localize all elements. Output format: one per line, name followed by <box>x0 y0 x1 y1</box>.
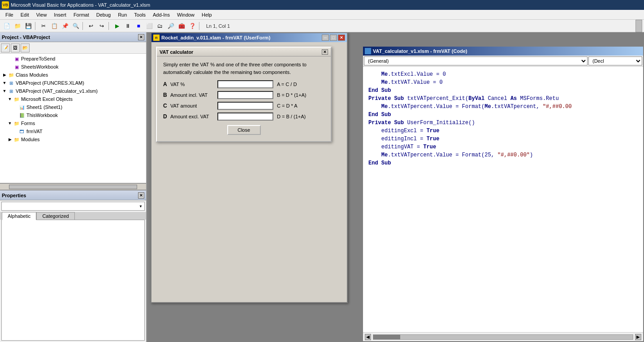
menu-run[interactable]: Run <box>114 11 130 18</box>
folder-icon: 📁 <box>8 71 15 78</box>
close-btn[interactable]: ✕ <box>338 35 345 41</box>
code-toolbar: (General) (Decl <box>363 56 643 67</box>
tree-label: VBAProject (VAT_calculator_v1.xlsm) <box>16 88 98 94</box>
tree-item-excel-objects[interactable]: ▼ 📁 Microsoft Excel Objects <box>0 95 146 103</box>
menu-file[interactable]: File <box>2 11 17 18</box>
folder-icon: 📁 <box>13 136 20 143</box>
input-vat-percent[interactable] <box>217 80 273 88</box>
horizontal-scrollbar[interactable] <box>373 334 633 340</box>
toolbar-cut-btn[interactable]: ✂ <box>39 21 48 31</box>
project-view-form-btn[interactable]: 🖼 <box>11 43 20 52</box>
code-line-2: Me.txtVAT.Value = 0 <box>368 78 638 87</box>
project-panel-close[interactable]: ✕ <box>138 34 144 40</box>
code-line-8: End Sub <box>368 111 638 119</box>
vat-form-body: Simply enter the VAT % and one of the th… <box>157 56 331 141</box>
menu-view[interactable]: View <box>33 11 51 18</box>
vat-close-button[interactable]: Close <box>227 125 261 135</box>
module-icon: ▣ <box>13 55 20 62</box>
project-view-code-btn[interactable]: 📝 <box>1 43 10 52</box>
expand-icon <box>7 56 13 61</box>
expand-icon: ▶ <box>2 72 7 78</box>
vat-form-close-x[interactable]: ✕ <box>322 49 328 55</box>
properties-content <box>1 220 145 341</box>
toolbar-paste-btn[interactable]: 📌 <box>60 21 70 31</box>
toolbar-objbrowser-btn[interactable]: 🔎 <box>166 21 176 31</box>
tree-hscrollbar[interactable] <box>0 183 146 190</box>
toolbar-save-btn[interactable]: 💾 <box>23 21 33 31</box>
menu-insert[interactable]: Insert <box>50 11 70 18</box>
tree-item-frmvat[interactable]: 🗔 frmVAT <box>0 127 146 135</box>
input-amount-incl[interactable] <box>217 91 273 99</box>
tree-item-sheetsworkbook[interactable]: ▣ SheetsWorkbook <box>0 63 146 71</box>
toolbar-scrollbar[interactable] <box>635 20 642 32</box>
tree-item-forms[interactable]: ▼ 📁 Forms <box>0 119 146 127</box>
toolbar-stop-btn[interactable]: ■ <box>134 21 143 31</box>
left-panel: Project - VBAProject ✕ 📝 🖼 📂 ▣ PrepareTo… <box>0 32 147 342</box>
menu-tools[interactable]: Tools <box>130 11 149 18</box>
menu-window[interactable]: Window <box>173 11 198 18</box>
scroll-left-btn[interactable]: ◀ <box>365 334 371 340</box>
input-vat-amount[interactable] <box>217 102 273 110</box>
menu-edit[interactable]: Edit <box>17 11 33 18</box>
proc-combo[interactable]: (Decl <box>588 56 642 65</box>
toolbar-run-btn[interactable]: ▶ <box>112 21 122 31</box>
tree-item-class-modules[interactable]: ▶ 📁 Class Modules <box>0 71 146 79</box>
tree-item-thisworkbook[interactable]: 📗 ThisWorkbook <box>0 111 146 119</box>
tree-item-modules[interactable]: ▶ 📁 Modules <box>0 135 146 143</box>
toolbar-new-btn[interactable]: 📄 <box>2 21 12 31</box>
properties-dropdown[interactable] <box>1 202 145 211</box>
toolbar-find-btn[interactable]: 🔍 <box>71 21 81 31</box>
toolbar-pause-btn[interactable]: ⏸ <box>123 21 133 31</box>
toolbar-toolbox-btn[interactable]: 🧰 <box>177 21 186 31</box>
form-icon: 🗔 <box>18 128 26 135</box>
toolbar: 📄 📁 💾 ✂ 📋 📌 🔍 ↩ ↪ ▶ ⏸ ■ ⬜ 🗂 🔎 🧰 ❓ Ln 1, … <box>0 20 644 32</box>
tree-item-sheet1[interactable]: 📊 Sheet1 (Sheet1) <box>0 103 146 111</box>
label-amount-incl: Amount incl. VAT <box>170 92 217 98</box>
formula-a: A = C / D <box>277 82 297 87</box>
vat-row-b: B Amount incl. VAT B = D * (1+A) <box>163 91 324 99</box>
maximize-btn[interactable]: □ <box>330 35 337 41</box>
code-line-14: editingVAT = True <box>368 143 638 151</box>
menu-format[interactable]: Format <box>70 11 93 18</box>
tree-label: Class Modules <box>16 72 48 78</box>
toolbar-undo-btn[interactable]: ↩ <box>86 21 96 31</box>
tab-categorized[interactable]: Categorized <box>36 212 74 220</box>
expand-icon: ▼ <box>7 121 13 126</box>
toolbar-copy-btn[interactable]: 📋 <box>49 21 59 31</box>
object-combo[interactable]: (General) <box>364 56 588 65</box>
title-bar: VB Microsoft Visual Basic for Applicatio… <box>0 0 644 10</box>
toolbar-projectexplorer-btn[interactable]: 🗂 <box>155 21 165 31</box>
toolbar-help-btn[interactable]: ❓ <box>187 21 197 31</box>
tree-label: Forms <box>21 121 35 126</box>
tree-item-preparetosend[interactable]: ▣ PrepareToSend <box>0 55 146 63</box>
code-content[interactable]: Me.txtExcl.Value = 0 Me.txtVAT.Value = 0… <box>363 67 643 332</box>
minimize-btn[interactable]: ─ <box>322 35 329 41</box>
tree-item-vbaproject-funcres[interactable]: ▼ ⊞ VBAProject (FUNCRES.XLAM) <box>0 79 146 87</box>
project-toggle-folders-btn[interactable]: 📂 <box>21 43 30 52</box>
properties-close-btn[interactable]: ✕ <box>138 192 144 199</box>
scroll-right-btn[interactable]: ▶ <box>635 334 641 340</box>
tree-label: Sheet1 (Sheet1) <box>26 104 62 110</box>
expand-icon: ▶ <box>7 137 13 142</box>
menu-help[interactable]: Help <box>198 11 216 18</box>
formula-c: C = D * A <box>277 103 298 108</box>
menu-addins[interactable]: Add-Ins <box>149 11 173 18</box>
toolbar-open-btn[interactable]: 📁 <box>13 21 22 31</box>
cursor-position: Ln 1, Col 1 <box>206 23 230 29</box>
letter-c: C <box>163 103 170 109</box>
menu-debug[interactable]: Debug <box>93 11 114 18</box>
code-window: VAT_calculator_v1.xlsm - frmVAT (Code) (… <box>362 46 644 342</box>
toolbar-redo-btn[interactable]: ↪ <box>97 21 107 31</box>
rocket-window-icon: R <box>153 35 160 41</box>
vat-description: Simply enter the VAT % and one of the th… <box>163 61 324 76</box>
code-line-18: End Sub <box>368 159 638 167</box>
input-amount-excl[interactable] <box>217 113 273 121</box>
tab-alphabetic[interactable]: Alphabetic <box>2 212 36 220</box>
tree-label: VBAProject (FUNCRES.XLAM) <box>16 80 84 86</box>
toolbar-design-btn[interactable]: ⬜ <box>144 21 154 31</box>
tree-item-vbaproject-vat[interactable]: ▼ ⊞ VBAProject (VAT_calculator_v1.xlsm) <box>0 87 146 95</box>
folder-icon: 📁 <box>13 95 20 103</box>
tree-label: frmVAT <box>26 129 43 134</box>
expand-icon <box>7 64 13 69</box>
expand-icon <box>13 113 18 118</box>
